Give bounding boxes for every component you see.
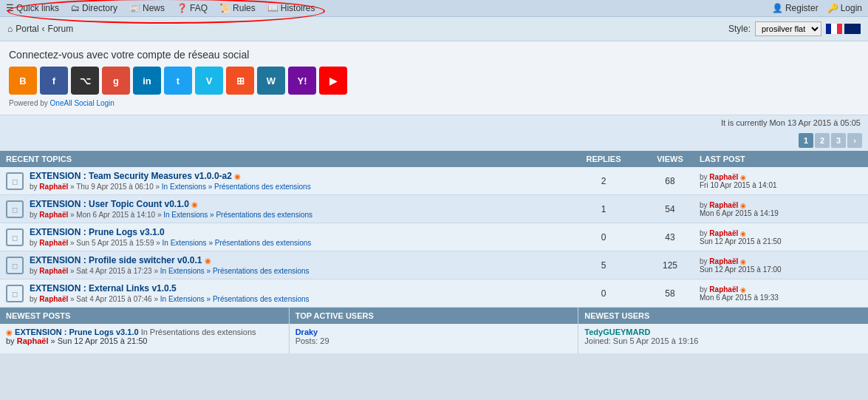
histoires-icon: 📖 bbox=[267, 3, 278, 13]
nav-histoires[interactable]: 📖 Histoires bbox=[267, 3, 315, 13]
flag-icons bbox=[826, 24, 861, 34]
topic-path[interactable]: In Extensions » Présentations des extens… bbox=[160, 267, 310, 275]
last-post-feed-icon: ◉ bbox=[740, 174, 746, 181]
newest-user-name[interactable]: TedyGUEYMARD bbox=[584, 328, 650, 336]
social-icons-row: Bf⌥gintV⊞WY!▶ bbox=[9, 67, 859, 95]
nav-news[interactable]: 📰 News bbox=[129, 3, 165, 13]
col-replies-header: REPLIES bbox=[567, 155, 640, 163]
nav-faq[interactable]: ❓ FAQ bbox=[177, 3, 208, 13]
nav-directory[interactable]: 🗂 Directory bbox=[71, 3, 117, 13]
nav-login[interactable]: 🔑 Login bbox=[827, 3, 862, 13]
topic-author[interactable]: Raphaël bbox=[39, 211, 68, 219]
social-icon-blogger[interactable]: B bbox=[9, 67, 37, 95]
breadcrumb-bar: ⌂ Portal ‹ Forum Style: prosilver flat bbox=[0, 17, 868, 41]
hamburger-icon: ☰ bbox=[6, 3, 14, 13]
social-icon-vimeo[interactable]: V bbox=[195, 67, 223, 95]
topic-details: EXTENSION : External Links v1.0.5 by Rap… bbox=[30, 283, 567, 303]
feed-icon: ◉ bbox=[205, 257, 211, 265]
newest-post-title[interactable]: EXTENSION : Prune Logs v3.1.0 bbox=[15, 328, 139, 336]
social-icon-github[interactable]: ⌥ bbox=[71, 67, 99, 95]
last-post-info: by Raphaël ◉ Sun 12 Apr 2015 à 21:50 bbox=[700, 229, 862, 245]
topic-replies: 1 bbox=[567, 204, 640, 214]
page-btn-›[interactable]: › bbox=[847, 133, 862, 148]
topic-author[interactable]: Raphaël bbox=[39, 239, 68, 247]
col-lastpost-header: LAST POST bbox=[700, 155, 862, 163]
col-views-header: VIEWS bbox=[640, 155, 700, 163]
newest-posts-header: NEWEST POSTS bbox=[0, 308, 289, 324]
last-post-info: by Raphaël ◉ Sun 12 Apr 2015 à 17:00 bbox=[700, 257, 862, 274]
topic-path[interactable]: In Extensions » Présentations des extens… bbox=[162, 183, 311, 191]
topic-author[interactable]: Raphaël bbox=[39, 183, 68, 191]
newest-post-author[interactable]: Raphaël bbox=[17, 336, 49, 345]
page-btn-3[interactable]: 3 bbox=[831, 133, 846, 148]
nav-rules[interactable]: 📜 Rules bbox=[219, 3, 256, 13]
last-post-feed-icon: ◉ bbox=[740, 202, 746, 209]
oneall-link[interactable]: OneAll Social Login bbox=[50, 99, 115, 107]
topic-title-line: EXTENSION : Prune Logs v3.1.0 bbox=[30, 227, 567, 237]
topic-title-link[interactable]: EXTENSION : User Topic Count v0.1.0 bbox=[30, 199, 189, 209]
newest-users-header: NEWEST USERS bbox=[578, 308, 868, 324]
current-time: It is currently Mon 13 Apr 2015 à 05:05 bbox=[0, 115, 868, 130]
social-icon-microsoft[interactable]: ⊞ bbox=[226, 67, 254, 95]
top-nav-right: 👤 Register 🔑 Login bbox=[772, 3, 862, 13]
top-users-header: TOP ACTIVE USERS bbox=[290, 308, 578, 324]
topic-author[interactable]: Raphaël bbox=[39, 267, 68, 275]
directory-icon: 🗂 bbox=[71, 3, 80, 13]
breadcrumb-forum[interactable]: Forum bbox=[48, 24, 74, 34]
topic-replies: 2 bbox=[567, 176, 640, 186]
last-post-author[interactable]: Raphaël bbox=[709, 257, 738, 265]
top-user-name[interactable]: Draky bbox=[295, 328, 318, 336]
topic-info: ◻ EXTENSION : Profile side switcher v0.0… bbox=[6, 255, 567, 275]
social-icon-wordpress[interactable]: W bbox=[257, 67, 285, 95]
social-icon-google[interactable]: g bbox=[102, 67, 130, 95]
social-icon-linkedin[interactable]: in bbox=[133, 67, 161, 95]
nav-directory-label: Directory bbox=[82, 3, 117, 13]
topic-path[interactable]: In Extensions » Présentations des extens… bbox=[163, 211, 312, 219]
topic-title-link[interactable]: EXTENSION : Team Security Measures v1.0.… bbox=[30, 171, 232, 181]
topic-title-link[interactable]: EXTENSION : Prune Logs v3.1.0 bbox=[30, 227, 165, 237]
topic-path[interactable]: In Extensions » Présentations des extens… bbox=[160, 295, 310, 303]
nav-register-label: Register bbox=[785, 3, 819, 13]
recent-topics-label: RECENT TOPICS bbox=[6, 155, 567, 163]
topic-title-link[interactable]: EXTENSION : External Links v1.0.5 bbox=[30, 283, 177, 294]
topic-replies: 0 bbox=[567, 288, 640, 299]
breadcrumb-portal[interactable]: Portal bbox=[16, 24, 38, 34]
topic-icon: ◻ bbox=[6, 285, 24, 302]
topic-path[interactable]: In Extensions » Présentations des extens… bbox=[163, 239, 312, 247]
social-icon-twitter[interactable]: t bbox=[164, 67, 192, 95]
topics-list: ◻ EXTENSION : Team Security Measures v1.… bbox=[0, 167, 868, 308]
topic-details: EXTENSION : Team Security Measures v1.0.… bbox=[30, 171, 567, 191]
last-post-author[interactable]: Raphaël bbox=[709, 201, 738, 209]
faq-icon: ❓ bbox=[177, 3, 188, 13]
page-btn-1[interactable]: 1 bbox=[799, 133, 813, 148]
style-selector: Style: prosilver flat bbox=[728, 21, 861, 36]
last-post-author[interactable]: Raphaël bbox=[709, 285, 738, 294]
social-icon-youtube[interactable]: ▶ bbox=[319, 67, 347, 95]
topic-details: EXTENSION : Prune Logs v3.1.0 by Raphaël… bbox=[30, 227, 567, 247]
last-post-author[interactable]: Raphaël bbox=[709, 229, 738, 237]
last-post-date: Fri 10 Apr 2015 à 14:01 bbox=[700, 181, 777, 189]
social-icon-facebook[interactable]: f bbox=[40, 67, 68, 95]
topic-views: 125 bbox=[640, 260, 700, 271]
last-post-author[interactable]: Raphaël bbox=[709, 173, 738, 181]
topic-meta: by Raphaël » Mon 6 Apr 2015 à 14:10 » In… bbox=[30, 211, 567, 219]
topic-title-link[interactable]: EXTENSION : Profile side switcher v0.0.1 bbox=[30, 255, 202, 265]
nav-register[interactable]: 👤 Register bbox=[772, 3, 819, 13]
social-icon-yahoo[interactable]: Y! bbox=[288, 67, 316, 95]
topic-title-line: EXTENSION : Profile side switcher v0.0.1… bbox=[30, 255, 567, 265]
topic-author[interactable]: Raphaël bbox=[39, 295, 68, 303]
feed-icon: ◉ bbox=[234, 172, 241, 180]
flag-french[interactable] bbox=[826, 24, 842, 34]
page-btn-2[interactable]: 2 bbox=[815, 133, 830, 148]
news-icon: 📰 bbox=[129, 3, 140, 13]
topic-views: 68 bbox=[640, 176, 700, 186]
nav-quicklinks[interactable]: ☰ Quick links bbox=[6, 3, 59, 13]
feed-icon: ◉ bbox=[191, 200, 198, 209]
last-post-date: Mon 6 Apr 2015 à 19:33 bbox=[700, 294, 779, 302]
topic-meta: by Raphaël » Thu 9 Apr 2015 à 06:10 » In… bbox=[30, 183, 567, 191]
style-dropdown[interactable]: prosilver flat bbox=[755, 21, 821, 36]
nav-login-label: Login bbox=[841, 3, 862, 13]
topic-info: ◻ EXTENSION : Team Security Measures v1.… bbox=[6, 171, 567, 191]
time-text: It is currently Mon 13 Apr 2015 à 05:05 bbox=[721, 118, 861, 127]
flag-english[interactable] bbox=[844, 24, 861, 34]
